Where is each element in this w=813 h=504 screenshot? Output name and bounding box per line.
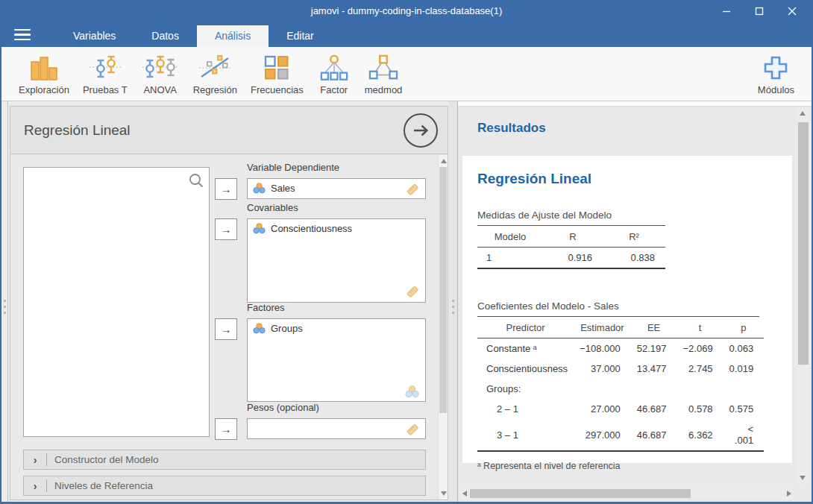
results-vscrollbar-thumb[interactable] (798, 122, 809, 365)
results-panel-title: Resultados (477, 121, 546, 136)
factors-label: Factores (247, 302, 285, 313)
ribbon-pruebas-t[interactable]: Pruebas T (76, 51, 134, 97)
minimize-icon (722, 7, 731, 16)
menu-bar: Variables Datos Análisis Editar (0, 22, 813, 47)
table-row: Groups: (477, 379, 764, 399)
ribbon-medmod[interactable]: medmod (358, 51, 409, 97)
frequencies-icon (263, 54, 290, 82)
nominal-type-icon (405, 385, 419, 398)
continuous-ruler-icon (406, 285, 419, 298)
covariates-box[interactable]: Conscientiousness (247, 218, 426, 303)
app-window: jamovi - dummy-coding-in-class-database(… (0, 0, 813, 504)
scroll-up-icon[interactable] (800, 111, 806, 116)
ribbon-factor[interactable]: Factor (310, 51, 358, 97)
section-constructor-del-modelo[interactable]: › Constructor del Modelo (23, 450, 426, 470)
ribbon-regresion[interactable]: Regresión (186, 51, 244, 97)
fit-table-title: Medidas de Ajuste del Modelo (477, 210, 665, 226)
nominal-variable-icon (253, 223, 266, 234)
assign-weights-button[interactable]: → (215, 418, 237, 440)
panel-splitter[interactable] (449, 101, 458, 502)
results-analysis-heading[interactable]: Regresión Lineal (477, 171, 777, 187)
anova-icon (141, 54, 180, 82)
hamburger-menu-button[interactable] (0, 22, 45, 47)
coef-table-title: Coeficientes del Modelo - Sales (477, 300, 759, 317)
window-title: jamovi - dummy-coding-in-class-database(… (0, 0, 813, 22)
chevron-right-icon: › (24, 480, 46, 492)
covariates-label: Covariables (247, 202, 298, 213)
window-controls (710, 0, 809, 22)
close-button[interactable] (776, 0, 809, 22)
table-row: 3 – 1 297.000 46.687 6.362 < .001 (477, 419, 764, 451)
results-horizontal-scrollbar[interactable] (460, 488, 794, 499)
table-row: Constante ᵃ −108.000 52.197 −2.069 0.063 (477, 338, 764, 359)
results-content: Regresión Lineal Medidas de Ajuste del M… (462, 156, 792, 463)
model-fit-table[interactable]: Modelo R R² 1 0.916 0.838 (477, 226, 665, 269)
model-fit-table-block: Medidas de Ajuste del Modelo Modelo R R²… (477, 210, 777, 269)
splitter-dots-icon (452, 300, 454, 314)
results-hscrollbar-thumb[interactable] (470, 489, 691, 498)
factors-box[interactable]: Groups (247, 318, 426, 402)
title-bar: jamovi - dummy-coding-in-class-database(… (0, 0, 813, 22)
bar-chart-icon (29, 54, 59, 82)
medmod-icon (366, 54, 401, 82)
scroll-up-icon[interactable] (441, 159, 447, 163)
weights-label: Pesos (opcional) (247, 402, 319, 413)
ribbon-anova[interactable]: ANOVA (134, 51, 186, 97)
coefficients-table[interactable]: Predictor Estimador EE t p Constante ᵃ −… (477, 317, 764, 452)
factor-icon (317, 54, 351, 82)
coefficients-table-block: Coeficientes del Modelo - Sales Predicto… (477, 300, 777, 471)
table-row: Conscientiousness 37.000 13.477 2.745 0.… (477, 359, 764, 379)
available-variables-list[interactable] (23, 167, 210, 437)
hamburger-icon (14, 29, 31, 31)
scroll-down-icon[interactable] (441, 491, 447, 496)
scroll-right-icon[interactable] (787, 491, 791, 497)
tab-editar[interactable]: Editar (269, 25, 332, 47)
left-edge-grip[interactable] (1, 101, 8, 502)
options-header: Regresión Lineal (10, 107, 448, 154)
assign-dependent-button[interactable]: → (215, 178, 237, 200)
maximize-button[interactable] (743, 0, 776, 22)
ribbon-frecuencias[interactable]: Frecuencias (244, 51, 310, 97)
variable-item-sales[interactable]: Sales (248, 179, 425, 198)
continuous-ruler-icon (406, 423, 419, 436)
scroll-down-icon[interactable] (800, 476, 806, 480)
ribbon-modulos[interactable]: Módulos (751, 51, 801, 97)
dependent-box[interactable]: Sales (247, 178, 426, 199)
reference-level-footnote: ᵃ Representa el nivel de referencia (477, 461, 777, 471)
chevron-right-icon: › (24, 454, 46, 466)
results-vertical-scrollbar[interactable] (797, 107, 809, 484)
tab-datos[interactable]: Datos (134, 25, 197, 47)
assign-covariates-button[interactable]: → (215, 218, 237, 240)
results-panel: Resultados Regresión Lineal Medidas de A… (458, 101, 812, 502)
analysis-options-panel: Regresión Lineal Variable Dependiente → (1, 101, 449, 502)
options-scrollbar[interactable] (438, 155, 448, 500)
table-row: 1 0.916 0.838 (477, 248, 665, 269)
collapse-analysis-button[interactable] (404, 113, 438, 148)
variable-item-conscientiousness[interactable]: Conscientiousness (248, 219, 425, 238)
continuous-ruler-icon (406, 183, 419, 196)
regression-icon (198, 54, 232, 82)
tab-analisis[interactable]: Análisis (197, 25, 269, 47)
section-niveles-de-referencia[interactable]: › Niveles de Referencia (23, 476, 426, 496)
analyses-ribbon: Exploración Pruebas T (1, 47, 812, 101)
modules-plus-icon (762, 54, 789, 81)
ribbon-exploracion[interactable]: Exploración (12, 51, 76, 97)
minimize-button[interactable] (710, 0, 743, 22)
nominal-variable-icon (253, 323, 266, 334)
close-icon (788, 7, 797, 16)
weights-box[interactable] (247, 418, 426, 439)
nominal-variable-icon (253, 183, 266, 194)
maximize-icon (755, 7, 764, 16)
t-test-icon (88, 54, 122, 82)
variable-item-groups[interactable]: Groups (248, 319, 425, 338)
table-row: 2 – 1 27.000 46.687 0.578 0.575 (477, 399, 764, 419)
tab-variables[interactable]: Variables (55, 25, 134, 47)
main-tabs: Variables Datos Análisis Editar (55, 22, 332, 47)
scroll-left-icon[interactable] (462, 491, 467, 497)
search-icon[interactable] (188, 172, 204, 189)
options-scrollbar-thumb[interactable] (439, 167, 447, 413)
grip-dots-icon (4, 300, 6, 314)
assign-factors-button[interactable]: → (215, 318, 237, 340)
options-body: Variable Dependiente → Sales (10, 155, 448, 500)
dependent-label: Variable Dependiente (247, 162, 339, 173)
